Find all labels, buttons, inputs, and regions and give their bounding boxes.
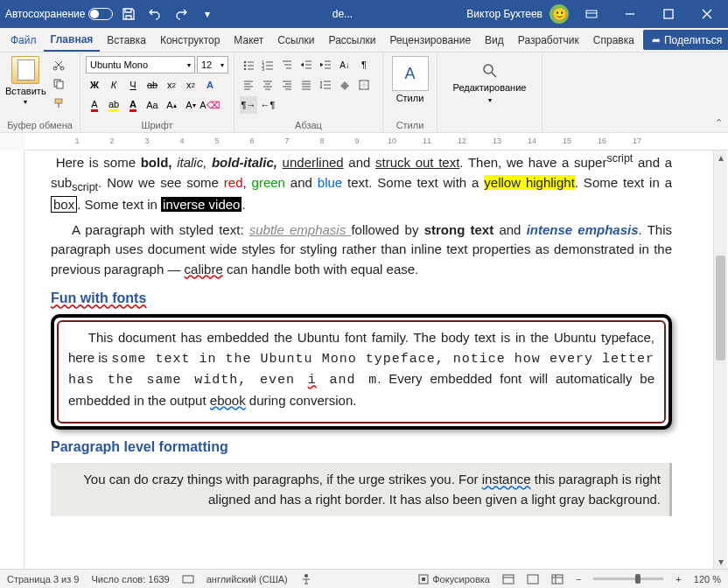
strike-button[interactable]: ab: [144, 76, 161, 94]
editing-label: Редактирование: [453, 82, 527, 93]
zoom-out-icon[interactable]: −: [576, 574, 581, 584]
text-struck: struck out text: [375, 155, 459, 170]
align-left-icon[interactable]: [240, 76, 257, 94]
text-super: script: [606, 152, 633, 164]
paste-button[interactable]: Вставить ▾: [5, 56, 46, 112]
language-indicator[interactable]: английский (США): [206, 574, 288, 584]
justify-icon[interactable]: [298, 76, 315, 94]
tab-layout[interactable]: Макет: [227, 28, 270, 52]
superscript-button[interactable]: x2: [182, 76, 200, 94]
tab-mailings[interactable]: Рассылки: [322, 28, 383, 52]
borders-icon[interactable]: [355, 76, 373, 94]
tab-references[interactable]: Ссылки: [270, 28, 321, 52]
bullets-icon[interactable]: [240, 56, 257, 74]
increase-indent-icon[interactable]: [317, 56, 334, 74]
ruler-mark: 17: [633, 136, 641, 145]
rtl-icon[interactable]: ←¶: [259, 96, 276, 114]
font-size-select[interactable]: 12▾: [197, 56, 228, 74]
zoom-value[interactable]: 120 %: [694, 574, 721, 584]
share-button[interactable]: ➦Поделиться: [643, 30, 728, 50]
bold-button[interactable]: Ж: [86, 76, 103, 94]
tab-review[interactable]: Рецензирование: [382, 28, 478, 52]
svg-rect-0: [586, 10, 597, 18]
scroll-down-icon[interactable]: ▾: [714, 555, 727, 569]
focus-mode[interactable]: Фокусировка: [418, 574, 490, 584]
scroll-up-icon[interactable]: ▴: [714, 150, 727, 164]
close-icon[interactable]: [691, 0, 723, 28]
ribbon-tabs: Файл Главная Вставка Конструктор Макет С…: [0, 28, 728, 52]
tab-home[interactable]: Главная: [44, 28, 101, 52]
document-title: de...: [218, 8, 466, 20]
accessibility-icon[interactable]: [300, 573, 312, 585]
collapse-ribbon-icon[interactable]: ⌃: [715, 117, 723, 129]
ribbon-options-icon[interactable]: [576, 0, 607, 28]
view-web-icon[interactable]: [551, 574, 564, 584]
italic-button[interactable]: К: [105, 76, 122, 94]
tab-insert[interactable]: Вставка: [100, 28, 153, 52]
page-content[interactable]: Here is some bold, italic, bold-italic, …: [24, 150, 690, 525]
highlight-icon[interactable]: ab: [105, 96, 122, 114]
spell-check-icon[interactable]: [182, 573, 194, 585]
underline-button[interactable]: Ч: [124, 76, 142, 94]
format-painter-icon[interactable]: [50, 94, 67, 112]
redo-icon[interactable]: [171, 4, 192, 24]
copy-icon[interactable]: [50, 75, 67, 93]
shrink-font-icon[interactable]: A▾: [182, 96, 200, 114]
text-strong: strong text: [424, 222, 494, 237]
subscript-button[interactable]: x2: [163, 76, 180, 94]
ruler-mark: 15: [563, 136, 571, 145]
horizontal-ruler[interactable]: 1 2 3 4 5 6 7 8 9 10 11 12 13 14 15 16 1…: [24, 133, 728, 150]
text: followed by: [351, 222, 424, 237]
font-name-select[interactable]: Ubuntu Mono▾: [86, 56, 195, 74]
word-count[interactable]: Число слов: 1639: [91, 574, 169, 584]
save-icon[interactable]: [118, 4, 139, 24]
ruler-mark: 5: [214, 136, 219, 145]
multilevel-icon[interactable]: [278, 56, 296, 74]
line-spacing-icon[interactable]: [317, 76, 334, 94]
minimize-icon[interactable]: [614, 0, 646, 28]
zoom-in-icon[interactable]: +: [676, 574, 681, 584]
numbering-icon[interactable]: 123: [259, 56, 276, 74]
decrease-indent-icon[interactable]: [298, 56, 315, 74]
clear-format-icon[interactable]: A⌫: [201, 96, 219, 114]
clipboard-label: Буфер обмена: [5, 118, 74, 130]
change-case-icon[interactable]: Aa: [144, 96, 161, 114]
svg-point-7: [244, 65, 247, 67]
align-center-icon[interactable]: [259, 76, 276, 94]
autosave-toggle[interactable]: Автосохранение: [5, 8, 113, 20]
scroll-thumb[interactable]: [716, 256, 725, 360]
zoom-slider[interactable]: [593, 578, 663, 580]
vertical-ruler[interactable]: [0, 150, 24, 569]
show-marks-icon[interactable]: ¶: [355, 56, 373, 74]
ltr-icon[interactable]: ¶→: [240, 96, 257, 114]
view-read-icon[interactable]: [527, 574, 539, 584]
cut-icon[interactable]: [50, 56, 67, 74]
vertical-scrollbar[interactable]: ▴ ▾: [713, 150, 727, 569]
grow-font-icon[interactable]: A▴: [163, 96, 180, 114]
font-color2-icon[interactable]: A: [124, 96, 142, 114]
right-aligned-paragraph: You can do crazy things with paragraphs,…: [51, 463, 672, 516]
undo-icon[interactable]: [144, 4, 165, 24]
editing-group-label: [443, 129, 536, 130]
tab-file[interactable]: Файл: [4, 28, 44, 52]
tab-developer[interactable]: Разработчик: [511, 28, 586, 52]
font-color-icon[interactable]: A: [86, 96, 103, 114]
quickaccess-more-icon[interactable]: ▾: [197, 4, 218, 24]
find-icon[interactable]: [482, 63, 498, 79]
page-indicator[interactable]: Страница 3 из 9: [7, 574, 79, 584]
sort-icon[interactable]: A↓: [336, 56, 354, 74]
avatar[interactable]: 🙂: [550, 4, 569, 24]
styles-button[interactable]: A: [392, 56, 429, 91]
tab-help[interactable]: Справка: [586, 28, 641, 52]
text-effects-icon[interactable]: A: [201, 76, 219, 94]
text-mono: i: [308, 373, 317, 388]
view-print-icon[interactable]: [502, 574, 514, 584]
page-scroll[interactable]: Here is some bold, italic, bold-italic, …: [24, 150, 728, 569]
shading-icon[interactable]: [336, 76, 354, 94]
text-highlight: yellow highlight: [484, 175, 574, 190]
tab-design[interactable]: Конструктор: [153, 28, 227, 52]
maximize-icon[interactable]: [653, 0, 684, 28]
svg-rect-14: [183, 576, 193, 583]
tab-view[interactable]: Вид: [478, 28, 511, 52]
align-right-icon[interactable]: [278, 76, 296, 94]
